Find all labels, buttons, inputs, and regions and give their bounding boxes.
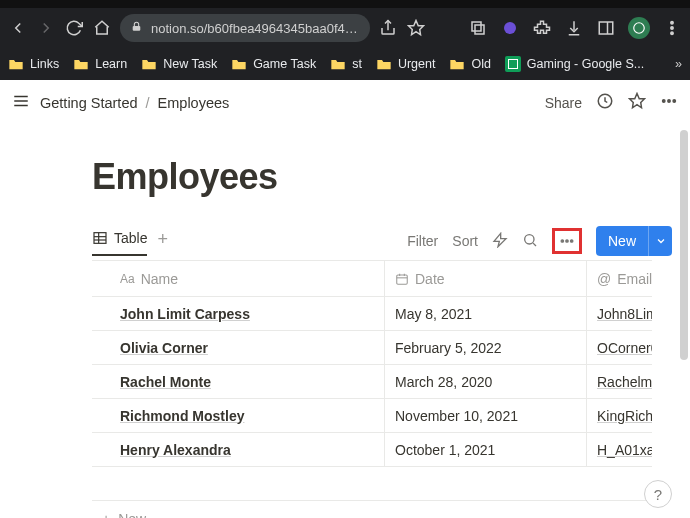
sort-button[interactable]: Sort: [452, 233, 478, 249]
search-icon[interactable]: [522, 232, 538, 251]
firefox-ext-icon[interactable]: [500, 18, 520, 38]
breadcrumb-current[interactable]: Employees: [158, 95, 230, 111]
back-button[interactable]: [8, 18, 28, 38]
table-header-row: Aa Name Date @ Email: [92, 261, 652, 297]
cell-email[interactable]: Rachelmonte: [586, 365, 652, 398]
bookmark-links[interactable]: Links: [8, 57, 59, 71]
table-row[interactable]: Rachel Monte March 28, 2020 Rachelmonte: [92, 365, 652, 399]
bookmarks-overflow-icon[interactable]: »: [675, 57, 682, 71]
svg-point-18: [663, 100, 665, 102]
column-header-name[interactable]: Aa Name: [92, 271, 384, 287]
table-row[interactable]: Henry Alexandra October 1, 2021 H_A01xan…: [92, 433, 652, 467]
db-more-button-highlighted[interactable]: [552, 228, 582, 254]
breadcrumb-sep: /: [146, 95, 150, 111]
svg-rect-21: [94, 233, 106, 244]
add-row-label: New: [118, 511, 146, 518]
filter-button[interactable]: Filter: [407, 233, 438, 249]
page-title[interactable]: Employees: [92, 156, 688, 198]
url-text: notion.so/b60fbea4964345baa0f4e...: [151, 21, 360, 36]
cell-email[interactable]: KingRichmon: [586, 399, 652, 432]
add-row-button[interactable]: + New: [92, 501, 652, 518]
svg-point-20: [673, 100, 675, 102]
new-button[interactable]: New: [596, 226, 672, 256]
panel-icon[interactable]: [596, 18, 616, 38]
cell-date[interactable]: February 5, 2022: [384, 331, 586, 364]
table-row[interactable]: John Limit Carpess May 8, 2021 John8Limi…: [92, 297, 652, 331]
bookmark-label: st: [352, 57, 362, 71]
collections-icon[interactable]: [468, 18, 488, 38]
new-button-dropdown[interactable]: [648, 226, 672, 256]
bookmark-gametask[interactable]: Game Task: [231, 57, 316, 71]
bookmark-learn[interactable]: Learn: [73, 57, 127, 71]
forward-button[interactable]: [36, 18, 56, 38]
download-icon[interactable]: [564, 18, 584, 38]
cell-name[interactable]: Rachel Monte: [92, 374, 384, 390]
svg-rect-4: [475, 25, 484, 34]
new-button-label: New: [596, 233, 648, 249]
bookmark-label: Game Task: [253, 57, 316, 71]
lock-icon: [130, 20, 143, 36]
svg-marker-25: [494, 233, 506, 246]
share-url-icon[interactable]: [378, 18, 398, 38]
hamburger-icon[interactable]: [12, 92, 30, 114]
bookmark-label: New Task: [163, 57, 217, 71]
cell-email[interactable]: OCorner05@: [586, 331, 652, 364]
column-label: Email: [617, 271, 652, 287]
bookmark-label: Links: [30, 57, 59, 71]
notion-header: Getting Started / Employees Share: [0, 80, 690, 126]
bookmark-st[interactable]: st: [330, 57, 362, 71]
browser-toolbar: notion.so/b60fbea4964345baa0f4e...: [0, 8, 690, 48]
svg-point-10: [671, 22, 673, 24]
updates-icon[interactable]: [596, 92, 614, 113]
view-tab-label: Table: [114, 230, 147, 246]
share-button[interactable]: Share: [545, 95, 582, 111]
empty-row: [92, 467, 652, 501]
bookmark-newtask[interactable]: New Task: [141, 57, 217, 71]
add-view-button[interactable]: +: [157, 229, 168, 258]
bookmark-old[interactable]: Old: [449, 57, 490, 71]
table-row[interactable]: Olivia Corner February 5, 2022 OCorner05…: [92, 331, 652, 365]
calendar-icon: [395, 272, 409, 286]
cell-name[interactable]: Richmond Mostley: [92, 408, 384, 424]
cell-date[interactable]: May 8, 2021: [384, 297, 586, 330]
browser-chrome: notion.so/b60fbea4964345baa0f4e... Links…: [0, 0, 690, 80]
svg-rect-3: [472, 22, 481, 31]
svg-marker-2: [409, 21, 424, 35]
svg-point-11: [671, 27, 673, 29]
chrome-menu-icon[interactable]: [662, 18, 682, 38]
bookmark-label: Old: [471, 57, 490, 71]
column-header-email[interactable]: @ Email: [586, 261, 652, 296]
bookmark-urgent[interactable]: Urgent: [376, 57, 436, 71]
favorite-icon[interactable]: [628, 92, 646, 113]
address-bar[interactable]: notion.so/b60fbea4964345baa0f4e...: [120, 14, 370, 42]
page-more-icon[interactable]: [660, 92, 678, 113]
table-row[interactable]: Richmond Mostley November 10, 2021 KingR…: [92, 399, 652, 433]
profile-avatar[interactable]: [628, 17, 650, 39]
svg-point-5: [504, 22, 516, 34]
svg-rect-0: [133, 26, 141, 31]
breadcrumb-root[interactable]: Getting Started: [40, 95, 138, 111]
bookmark-star-icon[interactable]: [406, 18, 426, 38]
cell-name[interactable]: Olivia Corner: [92, 340, 384, 356]
view-tab-table[interactable]: Table: [92, 230, 147, 256]
cell-email[interactable]: H_A01xandra: [586, 433, 652, 466]
reload-button[interactable]: [64, 18, 84, 38]
column-label: Name: [141, 271, 178, 287]
cell-name[interactable]: Henry Alexandra: [92, 442, 384, 458]
puzzle-icon[interactable]: [532, 18, 552, 38]
svg-point-29: [566, 240, 568, 242]
svg-point-28: [561, 240, 563, 242]
help-button[interactable]: ?: [644, 480, 672, 508]
cell-date[interactable]: October 1, 2021: [384, 433, 586, 466]
bolt-icon[interactable]: [492, 232, 508, 251]
cell-date[interactable]: March 28, 2020: [384, 365, 586, 398]
cell-date[interactable]: November 10, 2021: [384, 399, 586, 432]
svg-point-30: [570, 240, 572, 242]
svg-point-26: [525, 234, 534, 243]
home-button[interactable]: [92, 18, 112, 38]
svg-marker-17: [630, 94, 645, 108]
column-header-date[interactable]: Date: [384, 261, 586, 296]
bookmark-sheets[interactable]: Gaming - Google S...: [505, 56, 644, 72]
cell-name[interactable]: John Limit Carpess: [92, 306, 384, 322]
cell-email[interactable]: John8Limit@: [586, 297, 652, 330]
